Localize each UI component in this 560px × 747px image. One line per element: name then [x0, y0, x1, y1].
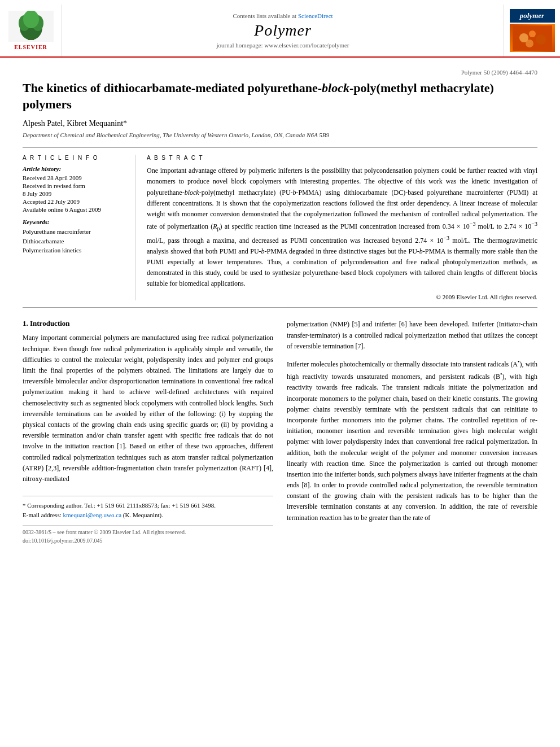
authors-text: Alpesh Patel, Kibret Mequanint*: [23, 119, 127, 128]
issn-text: 0032-3861/$ – see front matter © 2009 El…: [23, 529, 186, 535]
journal-header: ELSEVIER Contents lists available at Sci…: [0, 0, 560, 58]
section1-number: 1.: [23, 319, 28, 327]
svg-point-10: [526, 40, 533, 47]
keywords-label: Keywords:: [23, 219, 127, 225]
polymer-cover-image: [510, 24, 555, 52]
article-content: Polymer 50 (2009) 4464–4470 The kinetics…: [0, 58, 560, 555]
section1-right-text-2: Iniferter molecules photochemically or t…: [287, 357, 537, 523]
elsevier-label: ELSEVIER: [14, 44, 47, 50]
svg-rect-6: [513, 25, 552, 51]
keyword-2: Dithiocarbamate: [23, 237, 127, 246]
elsevier-tree-icon: [8, 11, 54, 42]
abstract-heading: A B S T R A C T: [147, 155, 537, 161]
abstract-text: One important advantage offered by polym…: [147, 165, 537, 289]
section1-left-text: Many important commercial polymers are m…: [23, 333, 273, 484]
polymer-badge: polymer: [510, 9, 555, 23]
page: ELSEVIER Contents lists available at Sci…: [0, 0, 560, 747]
received-revised-label: Received in revised form: [23, 182, 127, 189]
affiliation: Department of Chemical and Biochemical E…: [23, 132, 537, 138]
journal-title-section: Contents lists available at ScienceDirec…: [62, 5, 504, 56]
copyright: © 2009 Elsevier Ltd. All rights reserved…: [147, 294, 537, 300]
polymer-cover-icon: [513, 25, 552, 51]
history-label: Article history:: [23, 165, 127, 172]
email-note: E-mail address: kmequani@eng.uwo.ca (K. …: [23, 510, 273, 520]
elsevier-logo-section: ELSEVIER: [0, 5, 62, 56]
keywords-block: Keywords: Polyurethane macroinferter Dit…: [23, 219, 127, 255]
polymer-logo-section: polymer: [504, 5, 560, 56]
body-left-column: 1. Introduction Many important commercia…: [23, 319, 273, 544]
doi-text: doi:10.1016/j.polymer.2009.07.045: [23, 538, 273, 544]
article-info-abstract: A R T I C L E I N F O Article history: R…: [23, 147, 537, 308]
footer-bottom: 0032-3861/$ – see front matter © 2009 El…: [23, 525, 273, 535]
article-info-column: A R T I C L E I N F O Article history: R…: [23, 155, 135, 300]
section1-title: 1. Introduction: [23, 319, 273, 328]
svg-point-5: [23, 11, 39, 28]
svg-point-9: [536, 34, 546, 45]
email-link[interactable]: kmequani@eng.uwo.ca: [63, 512, 121, 518]
footer-notes: * Corresponding author. Tel.: +1 519 661…: [23, 496, 273, 519]
article-info-heading: A R T I C L E I N F O: [23, 155, 127, 161]
abstract-column: A B S T R A C T One important advantage …: [147, 155, 537, 300]
body-content: 1. Introduction Many important commercia…: [23, 319, 537, 544]
sciencedirect-line: Contents lists available at ScienceDirec…: [233, 12, 333, 19]
keyword-1: Polyurethane macroinferter: [23, 227, 127, 237]
available-date: Available online 6 August 2009: [23, 206, 127, 213]
body-right-column: polymerization (NMP) [5] and iniferter […: [287, 319, 537, 544]
revised-date: 8 July 2009: [23, 190, 127, 197]
sciencedirect-link[interactable]: ScienceDirect: [298, 12, 333, 19]
journal-homepage: journal homepage: www.elsevier.com/locat…: [216, 42, 349, 49]
accepted-date: Accepted 22 July 2009: [23, 198, 127, 205]
received-date: Received 28 April 2009: [23, 174, 127, 181]
article-history-block: Article history: Received 28 April 2009 …: [23, 165, 127, 213]
section1-heading: Introduction: [30, 319, 70, 327]
svg-point-8: [529, 30, 536, 37]
article-title: The kinetics of dithiocarbamate-mediated…: [23, 80, 537, 112]
journal-name: Polymer: [254, 21, 312, 40]
corresponding-author-note: * Corresponding author. Tel.: +1 519 661…: [23, 501, 273, 510]
section1-right-text-1: polymerization (NMP) [5] and iniferter […: [287, 319, 537, 352]
authors: Alpesh Patel, Kibret Mequanint*: [23, 119, 537, 128]
keyword-3: Polymerization kinetics: [23, 246, 127, 255]
keywords-list: Polyurethane macroinferter Dithiocarbama…: [23, 227, 127, 255]
journal-ref: Polymer 50 (2009) 4464–4470: [23, 69, 537, 76]
